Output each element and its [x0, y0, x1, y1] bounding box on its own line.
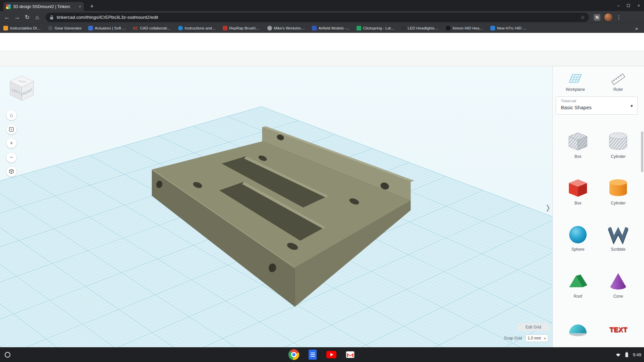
launcher-button[interactable]: [5, 352, 10, 358]
bookmark-favicon: [48, 26, 53, 31]
bookmark-item[interactable]: Xenon HID Headlig...: [446, 26, 484, 31]
zoom-out-button[interactable]: −: [6, 153, 16, 163]
shape-tile-sphere[interactable]: Sphere: [561, 224, 595, 252]
shelf-gmail-button[interactable]: [345, 349, 356, 360]
shapes-panel: Workplane Ruler Tinkercad Basic Shapes ▾: [552, 66, 644, 347]
shape-tile-dome[interactable]: [561, 318, 595, 341]
home-icon[interactable]: ⌂: [32, 14, 42, 21]
dome-icon: [566, 318, 590, 339]
ruler-tool[interactable]: Ruler: [601, 72, 635, 92]
shape-label: Cylinder: [601, 201, 635, 205]
minus-icon: −: [10, 154, 13, 161]
back-icon[interactable]: ←: [2, 14, 12, 21]
bookmark-favicon: [357, 26, 361, 31]
shape-tile-cylinder-striped[interactable]: Cylinder: [601, 131, 635, 159]
bookmark-star-icon[interactable]: ☆: [581, 14, 585, 20]
bookmark-item[interactable]: Instructions and co...: [178, 26, 216, 31]
forward-icon[interactable]: →: [12, 14, 22, 21]
wifi-icon: [615, 352, 621, 357]
bookmark-favicon-gc: GC: [133, 26, 138, 30]
shape-label: Box: [561, 154, 595, 159]
category-kicker: Tinkercad: [561, 99, 576, 103]
shape-tile-scribble[interactable]: Scribble: [601, 224, 635, 252]
bookmark-item[interactable]: RepRap Brushless...: [223, 26, 261, 31]
shape-tile-text[interactable]: TEXT TEXT: [601, 318, 635, 341]
edit-grid-button[interactable]: Edit Grid: [518, 323, 549, 331]
bookmark-item[interactable]: Instructables DIY H...: [3, 26, 42, 31]
bookmark-item[interactable]: Gear Generator: [48, 26, 82, 31]
bookmark-item[interactable]: New H7rc HID Xen...: [490, 26, 529, 31]
gmail-icon: [345, 351, 355, 358]
lock-icon: [50, 15, 54, 20]
perspective-toggle-button[interactable]: [6, 167, 16, 177]
bookmark-item[interactable]: Actuators | Soft Ro...: [88, 26, 126, 31]
browser-navbar: ← → ↻ ⌂ tinkercad.com/things/iCrEPbs3L3z…: [0, 11, 644, 23]
ssd-mount-model[interactable]: [0, 66, 552, 347]
shape-tile-cylinder-orange[interactable]: Cylinder: [601, 178, 635, 205]
browser-menu-icon[interactable]: ⋮: [616, 14, 622, 20]
snap-grid-label: Snap Grid: [496, 336, 522, 341]
shelf-chrome-button[interactable]: [288, 349, 299, 360]
bookmark-item[interactable]: LED Headlights Kit...: [401, 26, 439, 31]
bookmark-item[interactable]: Mike's Workshop se...: [267, 26, 306, 31]
snap-grid-value: 1.0 mm: [528, 336, 541, 341]
cylinder-striped-icon: [606, 131, 630, 152]
shape-tile-roof[interactable]: Roof: [561, 271, 595, 299]
shape-label: Roof: [561, 294, 595, 299]
shelf-docs-button[interactable]: [307, 349, 318, 360]
view-cube[interactable]: TOP LEFT FRONT: [7, 73, 37, 105]
shape-tile-box-red[interactable]: Box: [561, 178, 595, 205]
workplane-tool[interactable]: Workplane: [558, 72, 592, 92]
plus-icon: +: [10, 140, 13, 146]
home-view-button[interactable]: ⌂: [6, 110, 16, 120]
shape-tile-cone[interactable]: Cone: [601, 271, 635, 299]
bookmarks-overflow-icon[interactable]: »: [635, 25, 641, 31]
3d-viewport[interactable]: TOP LEFT FRONT ⌂ + − ›: [0, 66, 552, 347]
shape-category-dropdown[interactable]: Tinkercad Basic Shapes ▾: [556, 97, 638, 115]
tab-close-icon[interactable]: ×: [78, 4, 81, 9]
cylinder-orange-icon: [606, 178, 630, 198]
maximize-icon[interactable]: [627, 4, 630, 7]
docs-icon: [309, 350, 317, 360]
reload-icon[interactable]: ↻: [22, 14, 32, 21]
bookmark-favicon: [267, 26, 272, 31]
panel-toggle-chevron[interactable]: ›: [546, 198, 550, 216]
bookmark-item[interactable]: Clickspring - Latest...: [357, 26, 395, 31]
fit-view-icon: [8, 126, 14, 132]
edit-toolbar: Import Export Send To: [0, 51, 644, 66]
bookmark-item[interactable]: GCCAD collaboration...: [133, 26, 172, 30]
sphere-icon: [566, 224, 590, 244]
box-striped-icon: [566, 131, 590, 152]
bookmark-favicon: [223, 26, 227, 31]
status-tray[interactable]: 9:49: [615, 349, 641, 360]
svg-text:TEXT: TEXT: [609, 325, 627, 333]
fit-view-button[interactable]: [6, 124, 16, 134]
battery-icon: [624, 352, 630, 357]
shape-tile-box-striped[interactable]: Box: [561, 131, 595, 159]
browser-avatar[interactable]: [604, 13, 612, 21]
zoom-in-button[interactable]: +: [6, 138, 16, 148]
window-close-icon[interactable]: ×: [637, 3, 640, 8]
extension-n-icon[interactable]: N: [594, 14, 600, 21]
shape-label: Scribble: [601, 247, 635, 252]
perspective-cube-icon: [8, 169, 14, 175]
shelf-youtube-button[interactable]: [326, 349, 337, 360]
screen: 3D design SSDmount2 | Tinkerc × + – × ← …: [0, 0, 644, 362]
category-value: Basic Shapes: [561, 105, 592, 110]
cone-icon: [606, 271, 630, 291]
bookmark-item[interactable]: Airfield Models - Scr...: [312, 26, 350, 31]
snap-grid-select[interactable]: 1.0 mm ▾: [525, 335, 548, 342]
shape-label: Sphere: [561, 247, 595, 252]
tab-title: 3D design SSDmount2 | Tinkerc: [13, 4, 70, 9]
shape-label: Cylinder: [601, 154, 635, 159]
tinkercad-favicon: [6, 4, 11, 9]
panel-scrollbar[interactable]: [641, 131, 643, 172]
minimize-icon[interactable]: –: [617, 3, 620, 8]
roof-icon: [566, 271, 590, 291]
snap-caret-icon: ▾: [544, 337, 546, 340]
browser-tab[interactable]: 3D design SSDmount2 | Tinkerc ×: [3, 2, 84, 11]
new-tab-button[interactable]: +: [88, 2, 96, 10]
address-bar[interactable]: tinkercad.com/things/iCrEPbs3L3z-ssdmoun…: [46, 13, 589, 22]
bookmark-favicon: [3, 26, 8, 31]
chromeos-shelf: [0, 347, 644, 362]
